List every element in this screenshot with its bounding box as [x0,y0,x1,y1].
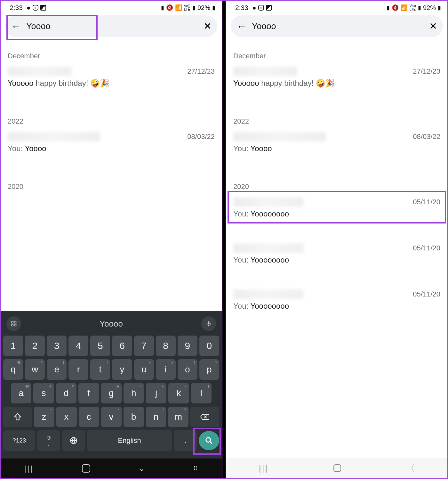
result-item[interactable]: 05/11/20 You: Yoooooooo [233,195,440,241]
key-5[interactable]: 5 [90,336,110,356]
section-label: 2020 [8,183,215,191]
clear-icon[interactable]: ✕ [204,21,212,31]
contact-name-blurred [8,67,72,76]
svg-rect-1 [14,321,16,323]
contact-name-blurred [8,132,100,142]
key-1[interactable]: 1 [3,336,23,356]
right-screenshot: 2:33 ● ○ ▮ 🔇 📶 Vo))LTE ▮ 92% ▮ ← Yoooo ✕… [226,1,447,478]
keyboard-suggestion[interactable]: Yoooo [21,319,201,329]
key-l[interactable]: l) [191,383,212,403]
volte-icon: Vo))LTE [184,4,190,11]
keyboard-mic-icon[interactable] [201,316,216,331]
key-b[interactable]: b; [124,407,144,427]
battery-saver-icon: ▮ [161,4,164,11]
nav-back-icon[interactable]: 〈 [406,463,415,474]
result-item[interactable]: 27/12/23 Yooooo happy birthday! 🤪🎉 [8,64,215,107]
key-h[interactable]: h- [124,383,144,403]
key-f[interactable]: f_ [78,383,99,403]
key-6[interactable]: 6 [112,336,132,356]
symbols-key[interactable]: ?123 [3,430,35,451]
key-2[interactable]: 2 [25,336,45,356]
period-key[interactable]: . [174,430,197,451]
result-date: 05/11/20 [413,244,440,252]
key-m[interactable]: m? [168,407,188,427]
key-j[interactable]: j+ [146,383,166,403]
key-w[interactable]: w\ [25,359,45,380]
key-r[interactable]: r= [68,359,88,380]
result-item[interactable]: 08/03/22 You: Yoooo [8,129,215,172]
space-key[interactable]: English [87,430,172,451]
nav-keyboard-icon[interactable]: ⠿ [193,465,197,472]
instagram-icon: ○ [33,5,38,11]
search-input[interactable]: Yoooo [252,21,429,31]
result-item[interactable]: 05/11/20 You: Yoooooooo [233,241,440,287]
nav-home-icon[interactable] [82,464,90,473]
key-a[interactable]: a@ [11,383,31,403]
key-d[interactable]: d₹ [56,383,76,403]
keyboard-row-q: q%w\e|r=t[y]u<i>o{p} [3,359,220,380]
result-item[interactable]: 27/12/23 Yooooo happy birthday! 🤪🎉 [233,64,440,107]
key-4[interactable]: 4 [68,336,88,356]
system-nav-bar: ||| 〈 [226,458,447,478]
key-c[interactable]: c' [79,407,99,427]
key-o[interactable]: o{ [178,359,197,380]
search-bar[interactable]: ← Yoooo ✕ [231,15,443,37]
key-y[interactable]: y] [112,359,132,380]
clear-icon[interactable]: ✕ [429,21,437,31]
result-snippet: Yooooo happy birthday! 🤪🎉 [8,79,215,88]
shift-key[interactable] [3,407,32,427]
search-results: December 27/12/23 Yooooo happy birthday!… [226,38,447,458]
search-input[interactable]: Yoooo [26,21,204,31]
backspace-key[interactable] [190,407,219,427]
svg-line-10 [210,442,212,444]
back-icon[interactable]: ← [236,21,247,31]
left-screenshot: 2:33 ● ○ ▮ 🔇 📶 Vo))LTE ▮ 92% ▮ ← Yoooo ✕… [1,1,222,478]
key-g[interactable]: g& [101,383,121,403]
language-key[interactable] [62,430,85,451]
result-item[interactable]: 08/03/22 You: Yoooo [233,129,440,172]
back-icon[interactable]: ← [11,21,21,31]
emoji-key[interactable]: ☺, [37,430,60,451]
key-9[interactable]: 9 [178,336,197,356]
nav-hide-keyboard-icon[interactable]: ⌄ [139,464,145,473]
key-e[interactable]: e| [47,359,67,380]
svg-rect-4 [208,321,210,325]
status-bar: 2:33 ● ○ ▮ 🔇 📶 Vo))LTE ▮ 92% ▮ [1,1,222,13]
key-v[interactable]: v: [101,407,122,427]
key-z[interactable]: z* [34,407,54,427]
keyboard-row-a: a@s#d₹f_g&h-j+k(l) [3,383,220,403]
nav-recents-icon[interactable]: ||| [259,463,268,473]
nav-home-icon[interactable] [333,464,341,472]
key-q[interactable]: q% [3,359,23,380]
key-s[interactable]: s# [33,383,54,403]
battery-icon: ▮ [212,4,215,11]
key-3[interactable]: 3 [47,336,67,356]
key-t[interactable]: t[ [90,359,110,380]
contact-name-blurred [233,67,297,76]
key-p[interactable]: p} [199,359,219,380]
battery-percent: 92% [197,4,210,12]
key-k[interactable]: k( [168,383,189,403]
result-item[interactable]: 05/11/20 You: Yoooooooo [233,287,440,330]
onscreen-keyboard[interactable]: Yoooo 1234567890 q%w\e|r=t[y]u<i>o{p} a@… [1,311,222,459]
signal-icon: ▮ [418,4,421,11]
keyboard-row-z: z*x"c'v:b;n!m? [3,407,220,427]
key-n[interactable]: n! [146,407,166,427]
highlight-result [228,191,446,223]
key-x[interactable]: x" [56,407,77,427]
key-0[interactable]: 0 [199,336,219,356]
key-u[interactable]: u< [134,359,154,380]
status-time: 2:33 [235,4,248,12]
keyboard-clipboard-icon[interactable] [6,316,21,331]
result-date: 08/03/22 [187,133,215,141]
search-bar[interactable]: ← Yoooo ✕ [5,15,217,37]
key-7[interactable]: 7 [134,336,154,356]
image-icon [40,5,46,11]
nav-recents-icon[interactable]: ||| [25,464,34,473]
result-date: 08/03/22 [413,133,440,141]
key-i[interactable]: i> [156,359,176,380]
key-8[interactable]: 8 [156,336,176,356]
search-key[interactable] [199,431,219,450]
keyboard-row-bottom: ?123 ☺, English . [3,430,220,451]
mute-icon: 🔇 [166,4,173,11]
